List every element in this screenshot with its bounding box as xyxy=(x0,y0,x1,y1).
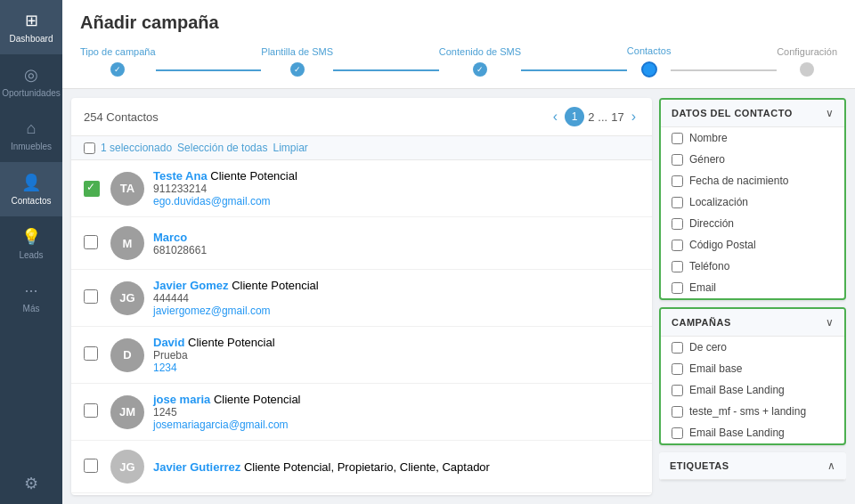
leads-icon: 💡 xyxy=(21,227,41,247)
page-title: Añadir campaña xyxy=(80,12,837,33)
next-page-button[interactable]: › xyxy=(628,109,639,125)
filter-campaigns-title: CAMPAÑAS xyxy=(672,317,731,328)
avatar: D xyxy=(110,338,144,372)
step-3-label: Contenido de SMS xyxy=(439,46,521,57)
sidebar-item-dashboard[interactable]: ⊞ Dashboard xyxy=(0,0,62,54)
contact-checkbox[interactable] xyxy=(84,235,98,249)
step-2-dot: ✓ xyxy=(290,62,305,77)
sidebar-item-inmuebles[interactable]: ⌂ Inmuebles xyxy=(0,109,62,162)
contact-name[interactable]: Teste Ana xyxy=(153,169,208,183)
select-all-checkbox[interactable] xyxy=(84,142,95,154)
current-page[interactable]: 1 xyxy=(565,107,584,126)
filter-label: Género xyxy=(689,153,725,166)
avatar: JG xyxy=(110,450,144,484)
step-1-label: Tipo de campaña xyxy=(80,46,156,57)
filter-checkbox[interactable] xyxy=(672,406,683,418)
select-all-link[interactable]: Selección de todas xyxy=(177,142,267,154)
filter-item[interactable]: Dirección xyxy=(661,213,844,234)
filter-label: Dirección xyxy=(689,217,734,230)
filter-item[interactable]: Fecha de nacimiento xyxy=(661,170,844,191)
inmuebles-icon: ⌂ xyxy=(27,119,37,138)
table-row: TATeste Ana Cliente Potencial911233214eg… xyxy=(71,160,652,217)
filter-item[interactable]: Nombre xyxy=(661,127,844,149)
filter-label: Teléfono xyxy=(689,260,729,272)
page-header: Añadir campaña Tipo de campaña ✓ Plantil… xyxy=(62,0,855,89)
contact-name[interactable]: Javier Gomez xyxy=(153,279,229,292)
filter-checkbox[interactable] xyxy=(672,342,683,354)
step-line-3 xyxy=(521,69,627,71)
sidebar-item-oportunidades[interactable]: ◎ Oportunidades xyxy=(0,54,62,109)
sidebar-item-contactos[interactable]: 👤 Contactos xyxy=(0,162,62,216)
page-dots: ... xyxy=(598,110,607,124)
avatar: TA xyxy=(110,172,144,206)
contact-list: TATeste Ana Cliente Potencial911233214eg… xyxy=(71,160,652,495)
filter-item[interactable]: Email Base Landing xyxy=(661,379,844,401)
filter-checkbox[interactable] xyxy=(672,385,683,396)
filter-checkbox[interactable] xyxy=(672,427,683,439)
filter-checkbox[interactable] xyxy=(672,261,683,272)
filter-label: teste_mf - sms + landing xyxy=(689,405,806,418)
filter-checkbox[interactable] xyxy=(672,240,683,251)
contact-checkbox[interactable] xyxy=(84,181,100,197)
prev-page-button[interactable]: ‹ xyxy=(550,109,561,125)
table-row: JMjose maria Cliente Potencial1245josema… xyxy=(71,384,652,441)
filter-checkbox[interactable] xyxy=(672,282,683,294)
contact-name[interactable]: David xyxy=(153,336,184,349)
step-line-2 xyxy=(333,69,439,71)
filter-item[interactable]: teste_mf - sms + landing xyxy=(661,401,844,422)
filter-label: Fecha de nacimiento xyxy=(689,175,788,187)
clear-selection-link[interactable]: Limpiar xyxy=(273,142,307,154)
filter-item[interactable]: De cero xyxy=(661,337,844,358)
contact-phone: 1245 xyxy=(153,406,639,419)
filter-item[interactable]: Email xyxy=(661,277,844,298)
table-row: DDavid Cliente PotencialPrueba1234 xyxy=(71,327,652,384)
contact-tag: Cliente Potencial xyxy=(229,279,319,292)
contact-info: Teste Ana Cliente Potencial911233214ego.… xyxy=(153,169,639,207)
filter-campaigns-header[interactable]: CAMPAÑAS ∨ xyxy=(661,309,844,337)
filter-item[interactable]: Teléfono xyxy=(661,256,844,277)
contact-email[interactable]: josemariagarcia@gmail.com xyxy=(153,419,639,431)
sidebar-item-mas[interactable]: ··· Más xyxy=(0,271,62,324)
contact-email[interactable]: ego.duvidas@gmail.com xyxy=(153,195,639,207)
filter-item[interactable]: Código Postal xyxy=(661,234,844,256)
step-plantilla-sms: Plantilla de SMS ✓ xyxy=(261,46,333,77)
chevron-down-icon-campaigns: ∨ xyxy=(826,316,834,329)
step-line-1 xyxy=(156,69,262,71)
step-4-label: Contactos xyxy=(627,45,672,56)
contact-email[interactable]: javiergomez@gmail.com xyxy=(153,305,639,317)
filter-item[interactable]: Género xyxy=(661,149,844,170)
filter-checkbox[interactable] xyxy=(672,218,683,230)
contact-phone: 911233214 xyxy=(153,183,639,195)
contact-phone: Prueba xyxy=(153,349,639,362)
filter-checkbox[interactable] xyxy=(672,154,683,166)
filter-tags-header[interactable]: ETIQUETAS ∧ xyxy=(659,452,846,480)
contact-name[interactable]: Javier Gutierrez xyxy=(153,460,240,474)
contact-checkbox[interactable] xyxy=(84,459,98,473)
sidebar: ⊞ Dashboard ◎ Oportunidades ⌂ Inmuebles … xyxy=(0,0,62,504)
selected-count-label[interactable]: 1 seleccionado xyxy=(101,142,172,154)
filter-checkbox[interactable] xyxy=(672,363,683,375)
pagination: ‹ 1 2 ... 17 › xyxy=(550,107,639,126)
contact-name[interactable]: Marco xyxy=(153,231,187,244)
step-configuracion: Configuración xyxy=(777,46,837,77)
filter-checkbox[interactable] xyxy=(672,133,683,144)
contact-checkbox[interactable] xyxy=(84,403,98,418)
filter-item[interactable]: Email base xyxy=(661,358,844,379)
filter-item[interactable]: Localización xyxy=(661,191,844,213)
contact-name[interactable]: jose maria xyxy=(153,393,210,406)
contact-checkbox[interactable] xyxy=(84,346,98,361)
contact-extra: 1234 xyxy=(153,362,639,374)
last-page[interactable]: 17 xyxy=(611,110,623,124)
sidebar-item-settings[interactable]: ⚙ xyxy=(0,463,62,504)
contact-tag: Cliente Potencial xyxy=(208,169,297,183)
avatar: JG xyxy=(110,281,144,315)
sidebar-item-label: Oportunidades xyxy=(2,88,61,98)
step-contenido-sms: Contenido de SMS ✓ xyxy=(439,46,521,77)
filter-item[interactable]: Email Base Landing xyxy=(661,422,844,443)
contact-checkbox[interactable] xyxy=(84,289,98,304)
contact-data-items: NombreGéneroFecha de nacimientoLocalizac… xyxy=(661,127,844,298)
sidebar-item-leads[interactable]: 💡 Leads xyxy=(0,216,62,271)
filter-checkbox[interactable] xyxy=(672,197,683,208)
filter-contact-data-header[interactable]: DATOS DEL CONTACTO ∨ xyxy=(661,100,844,127)
filter-checkbox[interactable] xyxy=(672,175,683,187)
